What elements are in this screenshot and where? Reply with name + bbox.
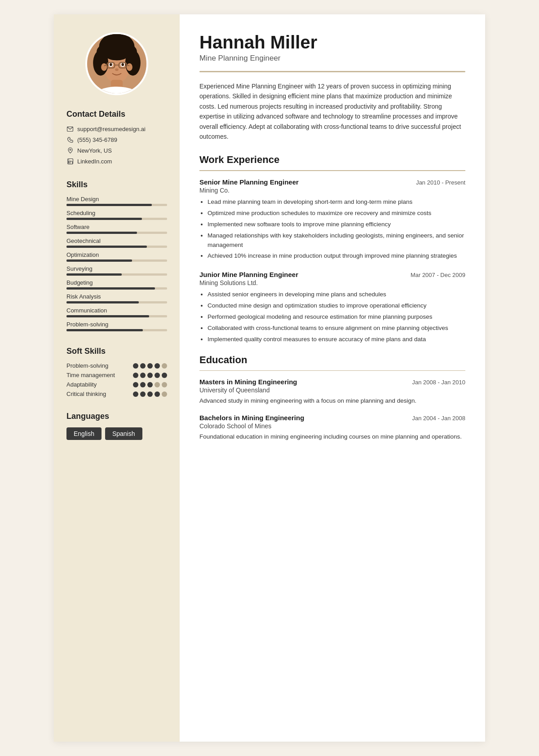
dot-row	[133, 391, 167, 397]
work-experience-divider	[199, 170, 465, 171]
edu-desc: Foundational education in mining enginee…	[199, 432, 465, 442]
skill-item: Optimization	[66, 251, 167, 262]
linkedin-icon	[66, 158, 74, 165]
email-icon	[66, 125, 74, 132]
bullet: Collaborated with cross-functional teams…	[208, 324, 465, 333]
experience-entry: Senior Mine Planning Engineer Jan 2010 -…	[199, 178, 465, 261]
skill-name: Mine Design	[66, 196, 167, 202]
skill-item: Communication	[66, 307, 167, 317]
edu-header: Masters in Mining Engineering Jan 2008 -…	[199, 378, 465, 386]
dot	[147, 363, 153, 369]
dot	[162, 363, 167, 369]
candidate-title: Mine Planning Engineer	[199, 54, 465, 63]
education-section: Education Masters in Mining Engineering …	[199, 354, 465, 442]
main-content: Hannah Miller Mine Planning Engineer Exp…	[180, 14, 485, 742]
dot	[133, 391, 138, 397]
dot	[155, 363, 160, 369]
svg-rect-24	[68, 161, 69, 163]
skill-bar-fill	[66, 329, 143, 331]
experience-entry: Junior Mine Planning Engineer Mar 2007 -…	[199, 271, 465, 344]
bullet: Implemented new software tools to improv…	[208, 220, 465, 229]
skill-bar-fill	[66, 315, 149, 317]
svg-point-10	[127, 63, 133, 71]
dot	[133, 363, 138, 369]
dot	[162, 391, 167, 397]
dot	[155, 382, 160, 387]
dot	[162, 373, 167, 378]
education-list: Masters in Mining Engineering Jan 2008 -…	[199, 378, 465, 442]
edu-header: Bachelors in Mining Engineering Jan 2004…	[199, 414, 465, 422]
skill-bar-bg	[66, 287, 167, 290]
edu-date: Jan 2008 - Jan 2010	[412, 379, 465, 386]
skill-item: Geotechnical	[66, 237, 167, 248]
skill-bar-bg	[66, 259, 167, 262]
exp-bullets: Assisted senior engineers in developing …	[199, 290, 465, 344]
dot	[162, 382, 167, 387]
bullet: Lead mine planning team in developing sh…	[208, 198, 465, 207]
avatar	[85, 32, 148, 95]
skill-name: Optimization	[66, 251, 167, 258]
resume-container: Contact Details support@resumedesign.ai …	[54, 14, 485, 742]
header-divider	[199, 71, 465, 72]
exp-company: Mining Co.	[199, 187, 465, 194]
skill-bar-fill	[66, 246, 147, 248]
soft-skills-list: Problem-solving Time management Adaptabi…	[66, 362, 167, 397]
education-entry: Masters in Mining Engineering Jan 2008 -…	[199, 378, 465, 406]
experience-list: Senior Mine Planning Engineer Jan 2010 -…	[199, 178, 465, 344]
edu-degree: Bachelors in Mining Engineering	[199, 414, 304, 422]
skill-item: Mine Design	[66, 196, 167, 206]
phone-value: (555) 345-6789	[77, 136, 117, 143]
svg-point-25	[68, 159, 69, 160]
exp-job-title: Senior Mine Planning Engineer	[199, 178, 299, 186]
skill-item: Scheduling	[66, 210, 167, 220]
linkedin-item: LinkedIn.com	[66, 158, 167, 165]
skill-bar-fill	[66, 301, 139, 303]
edu-desc: Advanced study in mining engineering wit…	[199, 396, 465, 406]
phone-icon	[66, 136, 74, 143]
dot-row	[133, 363, 167, 369]
dot-row	[133, 382, 167, 387]
dot	[147, 382, 153, 387]
work-experience-section: Work Experience Senior Mine Planning Eng…	[199, 154, 465, 344]
skill-item: Budgeting	[66, 279, 167, 290]
svg-point-22	[70, 149, 71, 150]
exp-header: Junior Mine Planning Engineer Mar 2007 -…	[199, 271, 465, 278]
sidebar: Contact Details support@resumedesign.ai …	[54, 14, 180, 742]
skill-name: Surveying	[66, 265, 167, 272]
candidate-name: Hannah Miller	[199, 32, 465, 52]
education-entry: Bachelors in Mining Engineering Jan 2004…	[199, 414, 465, 442]
skills-section: Skills Mine Design Scheduling Software G…	[66, 180, 167, 335]
work-experience-heading: Work Experience	[199, 154, 465, 166]
bullet: Achieved 10% increase in mine production…	[208, 251, 465, 261]
bullet: Conducted mine design and optimization s…	[208, 301, 465, 311]
contact-title: Contact Details	[66, 110, 167, 119]
svg-point-6	[125, 50, 141, 76]
education-heading: Education	[199, 354, 465, 366]
location-value: NewYork, US	[77, 147, 112, 154]
exp-header: Senior Mine Planning Engineer Jan 2010 -…	[199, 178, 465, 186]
edu-school: University of Queensland	[199, 387, 465, 394]
skill-name: Problem-solving	[66, 321, 167, 328]
dot	[133, 373, 138, 378]
exp-bullets: Lead mine planning team in developing sh…	[199, 198, 465, 261]
dot	[133, 382, 138, 387]
soft-skill-name: Problem-solving	[66, 362, 111, 369]
contact-section: Contact Details support@resumedesign.ai …	[66, 110, 167, 168]
skill-item: Surveying	[66, 265, 167, 276]
svg-point-18	[110, 63, 112, 66]
skill-bar-bg	[66, 301, 167, 303]
dot	[155, 373, 160, 378]
edu-degree: Masters in Mining Engineering	[199, 378, 297, 386]
skills-title: Skills	[66, 180, 167, 189]
soft-skill-name: Critical thinking	[66, 391, 111, 397]
language-tags: EnglishSpanish	[66, 427, 167, 440]
skill-bar-bg	[66, 315, 167, 317]
languages-section: Languages EnglishSpanish	[66, 412, 167, 440]
dot	[147, 373, 153, 378]
education-divider	[199, 370, 465, 371]
location-item: NewYork, US	[66, 147, 167, 154]
bullet: Performed geological modeling and resour…	[208, 312, 465, 322]
bullet: Assisted senior engineers in developing …	[208, 290, 465, 299]
dot	[147, 391, 153, 397]
skill-bar-fill	[66, 287, 155, 290]
